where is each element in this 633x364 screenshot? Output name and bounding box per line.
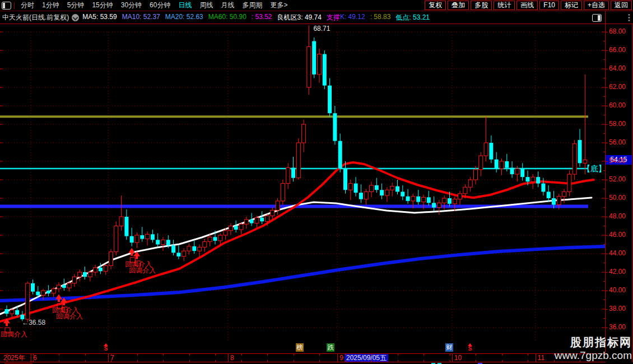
menu-item[interactable]: 周线: [196, 1, 217, 10]
indicator-value: MA10: 52.37: [122, 13, 160, 22]
week-tick: [346, 360, 346, 362]
price-axis-label: 40.00: [609, 286, 626, 294]
week-tick: [85, 360, 86, 362]
chevron-down-icon[interactable]: [72, 14, 79, 21]
right-border: [632, 24, 632, 362]
svg-text:68.71: 68.71: [313, 25, 330, 32]
menu-separator: [14, 2, 15, 10]
toolbar-button[interactable]: 叠加: [448, 1, 469, 10]
timeframe-menubar: 分时1分钟5分钟15分钟30分钟60分钟日线周线月线多周期更多> 复权叠加多股统…: [0, 0, 633, 11]
price-axis-label: 50.00: [609, 194, 626, 202]
indicator-value: MA20: 52.63: [165, 13, 203, 22]
toolbar-button[interactable]: 统计: [494, 1, 515, 10]
s-event-flag[interactable]: S: [467, 343, 473, 352]
scrollbar-dots-icon[interactable]: •••: [628, 13, 630, 22]
week-tick: [267, 354, 268, 356]
week-tick: [398, 354, 398, 356]
stock-title: 中天火箭(日线.前复权): [2, 13, 69, 22]
axis-tick: [606, 124, 608, 125]
event-badge[interactable]: 榜: [296, 343, 304, 352]
month-separator: [31, 354, 31, 362]
week-tick: [215, 354, 216, 356]
week-tick: [371, 360, 372, 362]
month-label: 6: [33, 354, 37, 362]
price-axis-label: 66.00: [609, 46, 626, 54]
date-axis[interactable]: 2025年 2025/09/05五 67891011: [0, 353, 606, 362]
indicator-value: MA60: 50.90: [208, 13, 246, 22]
svg-text:回调介入: 回调介入: [129, 267, 156, 274]
axis-tick: [606, 198, 608, 199]
axis-divider: [605, 11, 606, 362]
week-tick: [371, 354, 372, 356]
timeframe-menu-items: 分时1分钟5分钟15分钟30分钟60分钟日线周线月线多周期更多>: [17, 1, 291, 10]
week-tick: [33, 360, 34, 362]
s-event-flag[interactable]: S: [103, 343, 109, 352]
price-axis-label: 54.00: [609, 157, 626, 165]
month-label: 10: [454, 354, 462, 362]
price-axis: 54.15 68.0066.0064.0062.0060.0058.0056.0…: [606, 24, 632, 353]
stock-info-row: 中天火箭(日线.前复权) MA5: 53.59MA10: 52.37MA20: …: [0, 11, 633, 24]
menu-item[interactable]: 30分钟: [117, 1, 146, 10]
week-tick: [137, 360, 138, 362]
axis-tick: [606, 272, 608, 273]
toolbar-button[interactable]: 复权: [425, 1, 446, 10]
month-separator: [337, 354, 338, 362]
week-tick: [189, 354, 190, 356]
week-tick: [502, 360, 502, 362]
week-tick: [294, 354, 294, 356]
window-toggle-icon[interactable]: [2, 2, 11, 10]
toolbar-button[interactable]: 多股: [471, 1, 492, 10]
axis-tick: [606, 143, 608, 143]
menu-item[interactable]: 多周期: [238, 1, 266, 10]
indicator-value: 低点: 53.21: [395, 13, 430, 22]
week-tick: [267, 360, 268, 362]
price-axis-label: 68.00: [609, 27, 626, 35]
axis-tick: [606, 50, 608, 51]
week-tick: [319, 354, 320, 356]
menu-item-active[interactable]: 日线: [174, 1, 196, 10]
price-gridlines: [0, 32, 605, 328]
week-tick: [476, 360, 476, 362]
event-badge[interactable]: 跌: [327, 343, 334, 352]
event-badge[interactable]: 财: [445, 343, 453, 352]
indicator-value: 良机区3: 49.74: [277, 13, 322, 22]
toolbar-button[interactable]: 画线: [516, 1, 538, 10]
toolbar-button[interactable]: F10: [539, 1, 559, 10]
axis-tick: [606, 180, 608, 180]
toolbar-button[interactable]: +自选: [584, 1, 609, 10]
week-tick: [215, 360, 216, 362]
axis-tick: [606, 328, 608, 328]
toolbar-button[interactable]: 返回: [611, 1, 632, 10]
menu-item[interactable]: 60分钟: [146, 1, 174, 10]
menu-item[interactable]: 15分钟: [88, 1, 117, 10]
month-label: 9: [339, 354, 343, 362]
axis-tick: [606, 87, 608, 88]
svg-text:【底】: 【底】: [583, 164, 606, 173]
menu-item[interactable]: 1分钟: [38, 1, 63, 10]
axis-tick: [606, 217, 608, 217]
week-tick: [111, 360, 111, 362]
month-separator: [228, 354, 229, 362]
toolbar-button[interactable]: 标记: [561, 1, 582, 10]
selected-date-box: 2025/09/05五: [345, 354, 388, 362]
week-tick: [423, 354, 424, 356]
week-tick: [294, 360, 294, 362]
menu-item[interactable]: 更多>: [266, 1, 291, 10]
menu-item[interactable]: 5分钟: [63, 1, 89, 10]
week-tick: [502, 354, 502, 356]
menu-item[interactable]: 分时: [17, 1, 38, 10]
week-tick: [33, 354, 34, 356]
week-tick: [346, 354, 346, 356]
indicator-value: 支撑: [327, 13, 340, 22]
menu-item[interactable]: 月线: [217, 1, 238, 10]
price-axis-label: 56.00: [609, 138, 626, 146]
panel-toggle-icon[interactable]: [592, 14, 602, 22]
week-tick: [450, 354, 450, 356]
candlestick-chart[interactable]: 回调介入回调介入回调介入回调介入回调介入68.71←36.58【底】: [0, 24, 606, 353]
axis-tick: [606, 291, 608, 291]
indicator-value: : 53.52: [252, 13, 272, 22]
price-axis-label: 44.00: [609, 249, 626, 257]
week-tick: [423, 360, 424, 362]
week-tick: [319, 360, 320, 362]
week-tick: [450, 360, 450, 362]
